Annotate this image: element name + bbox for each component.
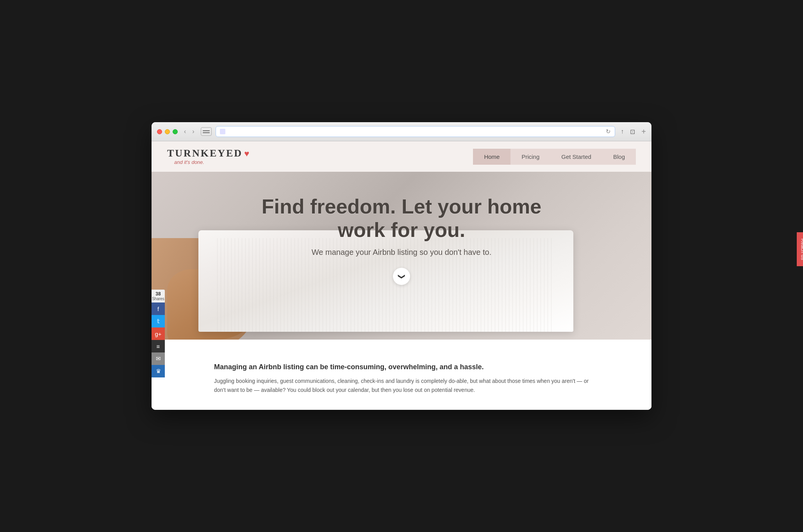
twitter-share-button[interactable]: 𝕥 xyxy=(152,315,165,327)
content-heading: Managing an Airbnb listing can be time-c… xyxy=(214,363,589,371)
email-share-button[interactable]: ✉ xyxy=(152,352,165,365)
nav-item-get-started[interactable]: Get Started xyxy=(550,149,602,165)
logo-subtitle-text: and it's done. xyxy=(174,159,204,165)
new-window-button[interactable]: ⊡ xyxy=(628,126,637,137)
browser-window: ‹ › ↻ ↑ ⊡ + 38 Shares f xyxy=(152,122,651,410)
hero-headline-line2: work for you. xyxy=(338,219,465,241)
content-paragraph: Juggling booking inquiries, guest commun… xyxy=(214,377,589,394)
browser-titlebar: ‹ › ↻ ↑ ⊡ + xyxy=(152,122,651,141)
new-tab-button[interactable]: + xyxy=(641,127,646,136)
close-button[interactable] xyxy=(157,129,162,134)
browser-nav-buttons: ‹ › xyxy=(182,127,197,136)
layers-icon: ≡ xyxy=(157,343,160,350)
maximize-button[interactable] xyxy=(173,129,178,134)
url-bar[interactable]: ↻ xyxy=(216,126,616,137)
forward-button[interactable]: › xyxy=(190,127,196,136)
nav-item-pricing[interactable]: Pricing xyxy=(510,149,550,165)
nav-item-home[interactable]: Home xyxy=(473,149,510,165)
hero-section: Find freedom. Let your home work for you… xyxy=(152,172,651,340)
layers-share-button[interactable]: ≡ xyxy=(152,340,165,352)
google-plus-share-button[interactable]: g+ xyxy=(152,327,165,340)
facebook-share-button[interactable]: f xyxy=(152,302,165,315)
traffic-lights xyxy=(157,129,178,134)
social-share-sidebar: 38 Shares f 𝕥 g+ ≡ ✉ ♛ xyxy=(152,290,165,377)
sidebar-toggle-button[interactable] xyxy=(201,127,212,136)
back-button[interactable]: ‹ xyxy=(182,127,188,136)
email-icon: ✉ xyxy=(156,355,161,362)
google-plus-icon: g+ xyxy=(155,331,161,337)
crown-icon: ♛ xyxy=(156,368,161,375)
twitter-icon: 𝕥 xyxy=(157,318,160,325)
logo: TURNKEYED♥ and it's done. xyxy=(167,148,250,165)
logo-text: TURNKEYED♥ xyxy=(167,148,250,158)
nav-item-blog[interactable]: Blog xyxy=(602,149,636,165)
hero-text-block: Find freedom. Let your home work for you… xyxy=(254,195,550,285)
website-content: 38 Shares f 𝕥 g+ ≡ ✉ ♛ xyxy=(152,141,651,410)
share-count-label: Shares xyxy=(152,297,164,301)
url-input[interactable] xyxy=(228,129,603,135)
scroll-down-button[interactable]: ❯ xyxy=(393,268,410,285)
facebook-icon: f xyxy=(157,306,159,312)
share-button[interactable]: ↑ xyxy=(619,126,625,137)
site-navigation: TURNKEYED♥ and it's done. Home Pricing G… xyxy=(152,141,651,172)
browser-actions: ↑ ⊡ + xyxy=(619,126,646,137)
logo-heart-icon: ♥ xyxy=(244,149,250,158)
favicon xyxy=(220,129,225,134)
hero-subheadline: We manage your Airbnb listing so you don… xyxy=(262,248,542,257)
hero-headline: Find freedom. Let your home work for you… xyxy=(262,195,542,242)
minimize-button[interactable] xyxy=(165,129,170,134)
chevron-down-icon: ❯ xyxy=(397,274,406,279)
reload-button[interactable]: ↻ xyxy=(606,128,611,135)
content-section: Managing an Airbnb listing can be time-c… xyxy=(152,340,651,410)
crown-share-button[interactable]: ♛ xyxy=(152,365,165,377)
hero-headline-line1: Find freedom. Let your home xyxy=(262,195,542,218)
nav-menu: Home Pricing Get Started Blog xyxy=(473,149,636,165)
share-count-box: 38 Shares xyxy=(152,290,165,302)
share-count-number: 38 xyxy=(152,291,165,297)
